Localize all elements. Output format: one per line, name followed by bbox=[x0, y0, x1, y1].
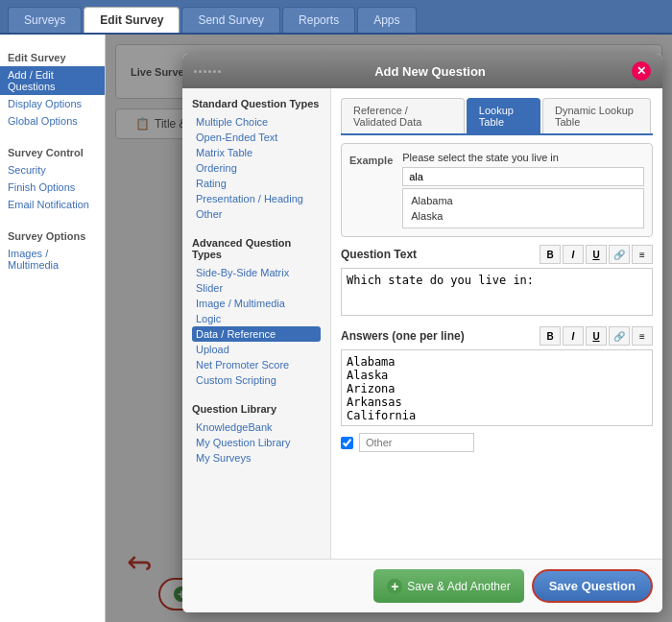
sidebar-item-global[interactable]: Global Options bbox=[0, 112, 105, 130]
top-nav: Surveys Edit Survey Send Survey Reports … bbox=[0, 0, 672, 35]
type-open-ended[interactable]: Open-Ended Text bbox=[192, 130, 321, 145]
type-tabs: Reference / Validated Data Lookup Table … bbox=[341, 98, 653, 135]
ans-fmt-bold[interactable]: B bbox=[540, 326, 561, 346]
modal-footer: + Save & Add Another Save Question bbox=[182, 559, 662, 612]
sidebar: Edit Survey Add / Edit Questions Display… bbox=[0, 35, 106, 622]
modal-header: Add New Question ✕ bbox=[182, 54, 662, 88]
type-side-by-side[interactable]: Side-By-Side Matrix bbox=[192, 265, 321, 280]
tab-reports[interactable]: Reports bbox=[282, 7, 355, 33]
type-nps[interactable]: Net Promoter Score bbox=[192, 357, 321, 372]
add-question-modal: Add New Question ✕ Standard Question Typ… bbox=[182, 54, 662, 612]
modal-close-button[interactable]: ✕ bbox=[632, 61, 651, 81]
example-box: Example Please select the state you live… bbox=[341, 143, 653, 237]
answers-input[interactable] bbox=[341, 349, 653, 426]
answers-section: Answers (one per line) B I U 🔗 ≡ bbox=[341, 326, 653, 452]
type-image[interactable]: Image / Multimedia bbox=[192, 296, 321, 311]
type-data-reference[interactable]: Data / Reference bbox=[192, 326, 321, 342]
ans-fmt-italic[interactable]: I bbox=[563, 326, 584, 346]
sidebar-options-title: Survey Options bbox=[0, 223, 105, 245]
sidebar-item-security[interactable]: Security bbox=[0, 161, 105, 179]
other-checkbox[interactable] bbox=[341, 437, 353, 449]
main-layout: Edit Survey Add / Edit Questions Display… bbox=[0, 35, 672, 622]
modal-sidebar: Standard Question Types Multiple Choice … bbox=[182, 88, 331, 559]
type-presentation[interactable]: Presentation / Heading bbox=[192, 191, 321, 206]
library-title: Question Library bbox=[192, 403, 321, 415]
ans-fmt-link[interactable]: 🔗 bbox=[609, 326, 630, 346]
example-dropdown: Alabama Alaska bbox=[402, 188, 644, 228]
tab-apps[interactable]: Apps bbox=[357, 7, 416, 33]
answers-label: Answers (one per line) bbox=[341, 329, 465, 343]
library-knowledgebank[interactable]: KnowledgeBank bbox=[192, 419, 321, 435]
fmt-italic[interactable]: I bbox=[563, 245, 584, 264]
library-my-questions[interactable]: My Question Library bbox=[192, 435, 321, 450]
sidebar-control-title: Survey Control bbox=[0, 139, 105, 161]
fmt-underline[interactable]: U bbox=[586, 245, 607, 264]
type-multiple-choice[interactable]: Multiple Choice bbox=[192, 114, 321, 130]
fmt-list[interactable]: ≡ bbox=[632, 245, 653, 264]
tab-surveys[interactable]: Surveys bbox=[8, 7, 82, 33]
type-rating[interactable]: Rating bbox=[192, 176, 321, 191]
tab-edit-survey[interactable]: Edit Survey bbox=[84, 7, 180, 33]
example-content: Please select the state you live in Alab… bbox=[402, 152, 644, 228]
content-area: Live Survey Link Customize f t in ▦ ✉ 📋 … bbox=[106, 35, 672, 622]
sidebar-item-finish[interactable]: Finish Options bbox=[0, 179, 105, 196]
plus-icon: + bbox=[387, 579, 402, 594]
type-custom-scripting[interactable]: Custom Scripting bbox=[192, 372, 321, 388]
sidebar-item-display[interactable]: Display Options bbox=[0, 95, 105, 112]
sidebar-item-images[interactable]: Images / Multimedia bbox=[0, 245, 105, 274]
answers-label-row: Answers (one per line) B I U 🔗 ≡ bbox=[341, 326, 653, 346]
save-question-button[interactable]: Save Question bbox=[532, 569, 653, 603]
question-text-label-row: Question Text B I U 🔗 ≡ bbox=[341, 245, 653, 264]
modal-title: Add New Question bbox=[228, 64, 632, 79]
other-row bbox=[341, 433, 653, 452]
example-item-alaska: Alaska bbox=[407, 208, 639, 224]
example-item-alabama: Alabama bbox=[407, 193, 639, 208]
other-input[interactable] bbox=[359, 433, 474, 452]
drag-handle bbox=[194, 70, 221, 73]
modal-main-content: Reference / Validated Data Lookup Table … bbox=[331, 88, 662, 559]
standard-types-title: Standard Question Types bbox=[192, 98, 321, 109]
tab-reference[interactable]: Reference / Validated Data bbox=[341, 98, 465, 133]
save-question-label: Save Question bbox=[549, 579, 636, 593]
type-ordering[interactable]: Ordering bbox=[192, 160, 321, 176]
fmt-link[interactable]: 🔗 bbox=[609, 245, 630, 264]
type-matrix[interactable]: Matrix Table bbox=[192, 145, 321, 160]
question-text-section: Question Text B I U 🔗 ≡ bbox=[341, 245, 653, 319]
example-input[interactable] bbox=[402, 167, 644, 186]
library-my-surveys[interactable]: My Surveys bbox=[192, 450, 321, 466]
type-upload[interactable]: Upload bbox=[192, 342, 321, 357]
sidebar-edit-title: Edit Survey bbox=[0, 44, 105, 66]
save-add-another-button[interactable]: + Save & Add Another bbox=[373, 569, 523, 603]
example-label: Example bbox=[349, 152, 393, 228]
fmt-bold[interactable]: B bbox=[540, 245, 561, 264]
question-text-label: Question Text bbox=[341, 248, 417, 261]
ans-fmt-list[interactable]: ≡ bbox=[632, 326, 653, 346]
example-text: Please select the state you live in bbox=[402, 152, 644, 163]
tab-dynamic-lookup[interactable]: Dynamic Lookup Table bbox=[542, 98, 651, 133]
answers-format-toolbar: B I U 🔗 ≡ bbox=[540, 326, 653, 346]
modal-body: Standard Question Types Multiple Choice … bbox=[182, 88, 662, 559]
sidebar-item-email[interactable]: Email Notification bbox=[0, 196, 105, 213]
type-other[interactable]: Other bbox=[192, 206, 321, 222]
tab-send-survey[interactable]: Send Survey bbox=[181, 7, 280, 33]
question-text-input[interactable] bbox=[341, 268, 653, 316]
type-logic[interactable]: Logic bbox=[192, 311, 321, 326]
advanced-types-title: Advanced Question Types bbox=[192, 237, 321, 260]
question-format-toolbar: B I U 🔗 ≡ bbox=[540, 245, 653, 264]
tab-lookup[interactable]: Lookup Table bbox=[467, 98, 540, 133]
ans-fmt-underline[interactable]: U bbox=[586, 326, 607, 346]
type-slider[interactable]: Slider bbox=[192, 280, 321, 296]
sidebar-item-add-edit[interactable]: Add / Edit Questions bbox=[0, 66, 105, 95]
save-add-another-label: Save & Add Another bbox=[407, 580, 510, 593]
